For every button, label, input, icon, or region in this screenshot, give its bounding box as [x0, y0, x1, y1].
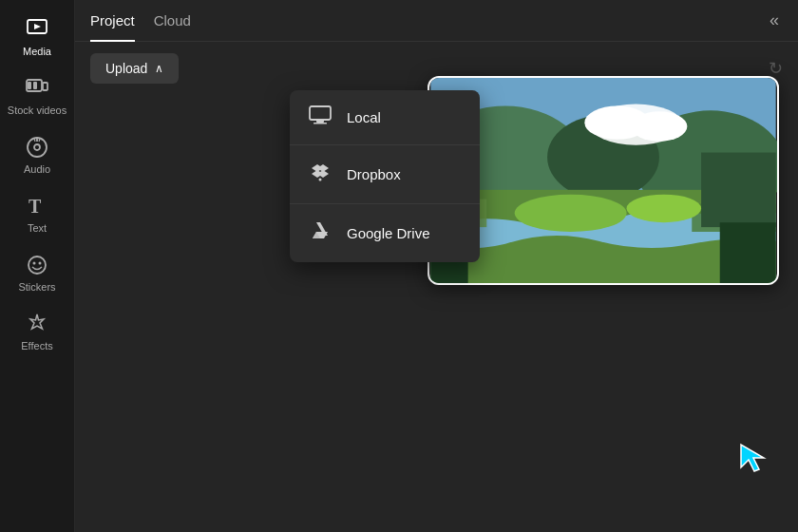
local-label: Local — [347, 109, 381, 125]
effects-icon — [25, 312, 49, 336]
sidebar-item-audio[interactable]: Audio — [0, 125, 74, 184]
sidebar-item-effects[interactable]: Effects — [0, 302, 74, 361]
svg-text:T: T — [28, 196, 42, 217]
tabs-header: Project Cloud « — [75, 0, 798, 42]
svg-point-14 — [39, 262, 42, 265]
media-icon — [25, 17, 49, 42]
svg-rect-4 — [33, 82, 37, 89]
sidebar-item-stickers[interactable]: Stickers — [0, 243, 74, 302]
sidebar-item-stock-videos[interactable]: Stock videos — [0, 66, 74, 125]
svg-rect-17 — [314, 123, 327, 124]
image-preview — [428, 76, 779, 285]
collapse-icon[interactable]: « — [766, 7, 783, 34]
google-drive-label: Google Drive — [347, 225, 430, 241]
cursor-arrow — [733, 437, 771, 475]
svg-point-25 — [631, 111, 687, 141]
svg-point-32 — [515, 195, 627, 232]
upload-chevron: ∧ — [155, 62, 163, 75]
tab-project[interactable]: Project — [90, 1, 135, 42]
dropdown-item-google-drive[interactable]: Google Drive — [290, 204, 480, 262]
upload-button[interactable]: Upload ∧ — [90, 53, 179, 84]
landscape-image — [429, 78, 777, 283]
tabs-left: Project Cloud — [90, 1, 191, 41]
svg-line-9 — [34, 139, 35, 142]
dropdown-item-dropbox[interactable]: Dropbox — [290, 145, 480, 204]
sidebar-item-label-media: Media — [23, 46, 51, 57]
text-icon: T — [25, 194, 49, 218]
svg-point-13 — [33, 262, 36, 265]
stickers-icon — [25, 253, 49, 277]
tab-cloud[interactable]: Cloud — [154, 1, 191, 42]
tabs-right: « — [766, 7, 783, 34]
local-icon — [309, 105, 332, 129]
sidebar-item-label-effects: Effects — [21, 340, 52, 352]
svg-point-33 — [627, 195, 702, 222]
svg-point-7 — [34, 144, 40, 150]
svg-point-12 — [28, 256, 46, 274]
sidebar: Media Stock videos Audio T — [0, 0, 75, 532]
audio-icon — [25, 135, 49, 160]
svg-marker-1 — [34, 24, 41, 29]
sidebar-item-label-stock: Stock videos — [8, 104, 66, 116]
dropbox-label: Dropbox — [347, 166, 401, 182]
svg-rect-16 — [316, 120, 324, 123]
svg-rect-3 — [28, 82, 31, 89]
svg-rect-29 — [701, 153, 776, 228]
dropbox-icon — [309, 161, 332, 188]
sidebar-item-text[interactable]: T Text — [0, 184, 74, 243]
sidebar-item-label-audio: Audio — [24, 163, 50, 175]
svg-point-18 — [319, 179, 322, 181]
sidebar-item-label-stickers: Stickers — [18, 281, 55, 293]
svg-rect-5 — [43, 83, 48, 90]
svg-rect-15 — [310, 106, 331, 120]
sidebar-item-label-text: Text — [28, 222, 47, 234]
dropdown-item-local[interactable]: Local — [290, 90, 480, 145]
svg-rect-31 — [720, 222, 776, 283]
dropdown-menu: Local Dropbox — [290, 90, 480, 262]
main-content: Project Cloud « Upload ∧ ↻ — [75, 0, 798, 532]
google-drive-icon — [309, 219, 332, 247]
sidebar-item-media[interactable]: Media — [0, 8, 74, 66]
upload-label: Upload — [105, 61, 147, 76]
stock-videos-icon — [25, 76, 49, 101]
svg-line-10 — [39, 139, 40, 142]
app-container: Media Stock videos Audio T — [0, 0, 798, 532]
